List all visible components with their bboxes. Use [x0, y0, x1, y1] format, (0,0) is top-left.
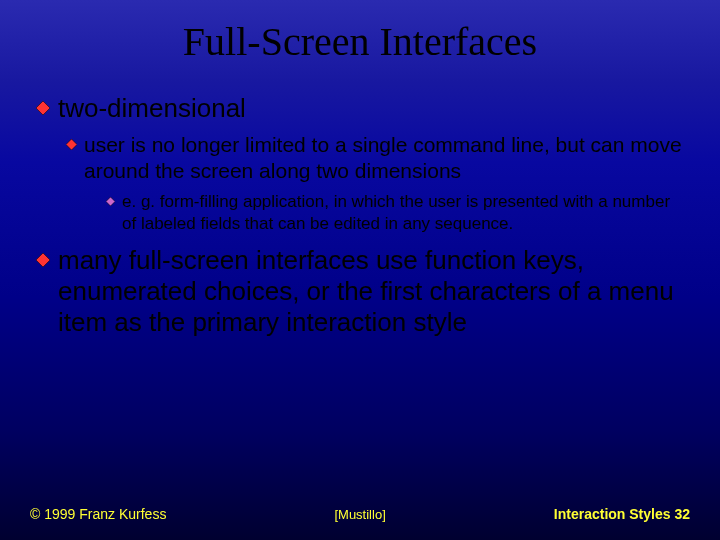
- diamond-bullet-icon: [66, 139, 77, 150]
- slide-number: Interaction Styles 32: [554, 506, 690, 522]
- copyright-text: © 1999 Franz Kurfess: [30, 506, 166, 522]
- svg-marker-1: [66, 139, 77, 150]
- slide-content: two-dimensional user is no longer limite…: [0, 65, 720, 338]
- bullet-text: user is no longer limited to a single co…: [84, 132, 684, 185]
- svg-marker-2: [106, 197, 115, 206]
- bullet-level3: e. g. form-filling application, in which…: [106, 191, 684, 235]
- slide-title: Full-Screen Interfaces: [0, 0, 720, 65]
- footer: © 1999 Franz Kurfess [Mustillo] Interact…: [0, 506, 720, 522]
- bullet-level2: user is no longer limited to a single co…: [66, 132, 684, 185]
- svg-marker-3: [36, 253, 50, 267]
- bullet-text: e. g. form-filling application, in which…: [122, 191, 684, 235]
- diamond-bullet-icon: [36, 253, 50, 267]
- diamond-bullet-icon: [106, 197, 115, 206]
- bullet-level1: two-dimensional: [36, 93, 684, 124]
- bullet-level1: many full-screen interfaces use function…: [36, 245, 684, 338]
- diamond-bullet-icon: [36, 101, 50, 115]
- bullet-text: two-dimensional: [58, 93, 246, 124]
- slide: Full-Screen Interfaces two-dimensional u…: [0, 0, 720, 540]
- svg-marker-0: [36, 101, 50, 115]
- citation-text: [Mustillo]: [334, 507, 385, 522]
- bullet-text: many full-screen interfaces use function…: [58, 245, 684, 338]
